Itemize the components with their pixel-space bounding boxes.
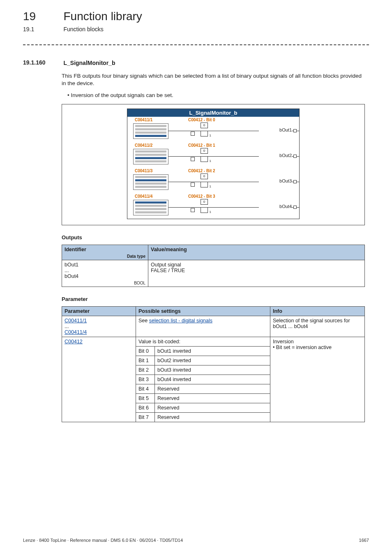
bit-desc: Reserved [155, 394, 270, 403]
bit-desc: Reserved [155, 384, 270, 394]
outputs-th-datatype: Data type [127, 254, 145, 259]
diagram-inv-code: C00412 - Bit 1 [188, 143, 215, 148]
section-number: 19.1 [23, 26, 62, 32]
diagram-inv-code: C00412 - Bit 0 [188, 118, 215, 122]
diagram-switch: 01 [190, 173, 208, 187]
diagram-output-port [293, 180, 297, 183]
param-link-c00411-1[interactable]: C00411/1 [65, 318, 87, 324]
bit-desc: Reserved [155, 413, 270, 422]
section-title: Function blocks [63, 26, 103, 32]
intro-paragraph: This FB outputs four binary signals whic… [62, 72, 365, 87]
subsection-number: 19.1.160 [23, 59, 62, 66]
diagram-switch: 01 [190, 148, 208, 162]
bit-label: Bit 2 [136, 365, 155, 375]
diagram-src-code: C00411/4 [135, 194, 152, 199]
page-footer: Lenze · 8400 TopLine · Reference manual … [23, 538, 369, 543]
outputs-identifier: bOut1 ... bOut4 [65, 262, 78, 279]
diagram-output-label: bOut4 [279, 204, 292, 209]
bit-label: Bit 7 [136, 413, 155, 422]
bit-label: Bit 0 [136, 347, 155, 356]
param-info-line2: • Bit set = inversion active [273, 345, 332, 350]
block-diagram: L_SignalMonitor_b C00411/1 C00412 - Bit … [62, 104, 365, 225]
subsection-title: L_SignalMonitor_b [63, 60, 115, 66]
diagram-selector-box [133, 123, 168, 139]
outputs-th-value: Value/meaning [148, 245, 365, 260]
diagram-output-label: bOut1 [279, 127, 292, 132]
footer-page-number: 1667 [359, 538, 369, 543]
diagram-output-port [293, 155, 297, 158]
table-row: C00411/1 ... C00411/4 See selection list… [62, 316, 365, 337]
table-row: bOut1 ... bOut4 BOOL Output signal FALSE… [62, 260, 365, 287]
param-link-selection-list[interactable]: selection list - digital signals [149, 318, 212, 324]
param-link-c00411-4[interactable]: C00411/4 [65, 329, 87, 335]
diagram-output-port [293, 206, 297, 209]
diagram-selector-box [133, 149, 168, 164]
outputs-table: Identifier Data type Value/meaning bOut1… [62, 245, 365, 287]
diagram-row: C00411/3 C00412 - Bit 2 01 bOut3 [127, 168, 299, 193]
param-settings-prefix: See [138, 318, 149, 324]
bit-label: Bit 5 [136, 394, 155, 403]
chapter-number: 19 [23, 10, 62, 23]
param-th-settings: Possible settings [136, 307, 270, 316]
diagram-output-label: bOut3 [279, 178, 292, 183]
intro-bullet: Inversion of the output signals can be s… [62, 92, 365, 98]
parameter-heading: Parameter [62, 296, 365, 302]
diagram-selector-box [133, 200, 168, 215]
diagram-output-label: bOut2 [279, 153, 292, 158]
param-th-info: Info [270, 307, 365, 316]
outputs-value: Output signal FALSE / TRUE [148, 260, 365, 287]
bit-label: Bit 3 [136, 375, 155, 384]
outputs-datatype: BOOL [134, 281, 145, 285]
divider [23, 44, 369, 45]
param-th-parameter: Parameter [62, 307, 136, 316]
parameter-table: Parameter Possible settings Info C00411/… [62, 306, 365, 422]
bit-label: Bit 6 [136, 403, 155, 413]
bit-desc: bOut3 inverted [155, 365, 270, 375]
diagram-switch: 01 [190, 123, 208, 136]
diagram-inv-code: C00412 - Bit 3 [188, 194, 215, 199]
diagram-output-port [293, 129, 297, 132]
chapter-title: Function library [63, 10, 142, 23]
diagram-src-code: C00411/2 [135, 143, 152, 148]
outputs-heading: Outputs [62, 234, 365, 240]
bit-desc: bOut2 inverted [155, 356, 270, 365]
bit-label: Bit 4 [136, 384, 155, 394]
footer-left: Lenze · 8400 TopLine · Reference manual … [23, 538, 183, 543]
bit-desc: bOut4 inverted [155, 375, 270, 384]
outputs-th-identifier: Identifier [65, 247, 86, 252]
param-info-line1: Inversion [273, 339, 294, 345]
diagram-row: C00411/1 C00412 - Bit 0 01 bOut1 [127, 117, 299, 142]
diagram-inv-code: C00412 - Bit 2 [188, 169, 215, 173]
diagram-title: L_SignalMonitor_b [127, 109, 299, 117]
param-settings-head: Value is bit-coded: [136, 337, 270, 347]
page-header: 19 Function library 19.1 Function blocks [23, 10, 369, 33]
param-ellipsis: ... [65, 324, 69, 329]
table-row: C00412 Value is bit-coded: Inversion • B… [62, 337, 365, 347]
diagram-selector-box [133, 174, 168, 190]
bit-desc: Reserved [155, 403, 270, 413]
diagram-row: C00411/4 C00412 - Bit 3 01 bOut4 [127, 193, 299, 219]
diagram-row: C00411/2 C00412 - Bit 1 01 bOut2 [127, 142, 299, 168]
diagram-switch: 01 [190, 199, 208, 213]
param-info: Selection of the signal sources for bOut… [270, 316, 365, 337]
diagram-src-code: C00411/1 [135, 118, 152, 122]
bit-desc: bOut1 inverted [155, 347, 270, 356]
diagram-src-code: C00411/3 [135, 169, 152, 173]
param-link-c00412[interactable]: C00412 [65, 339, 83, 345]
bit-label: Bit 1 [136, 356, 155, 365]
